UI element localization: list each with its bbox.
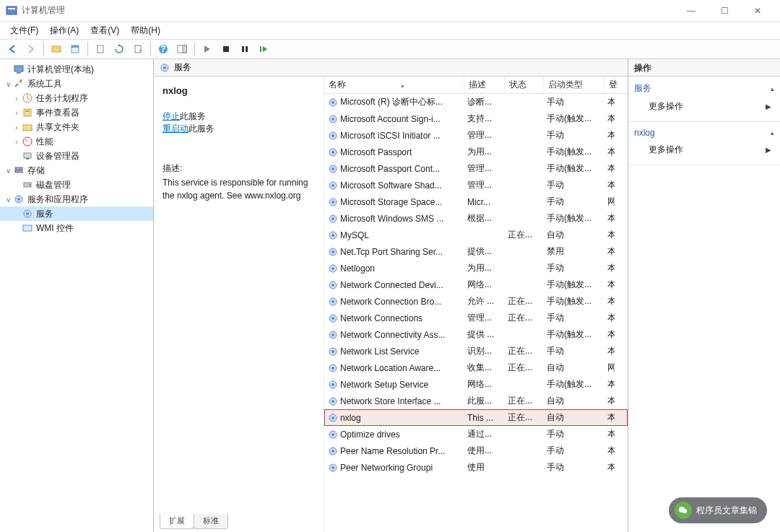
tree-item[interactable]: ›共享文件夹 bbox=[0, 120, 153, 134]
menu-action[interactable]: 操作(A) bbox=[44, 23, 84, 38]
col-desc[interactable]: 描述 bbox=[464, 77, 505, 93]
minimize-button[interactable]: — bbox=[675, 0, 708, 22]
event-icon bbox=[22, 107, 33, 118]
service-name: Peer Networking Groupi bbox=[339, 463, 462, 473]
service-row[interactable]: Peer Networking Groupi使用手动本 bbox=[324, 459, 628, 476]
menu-view[interactable]: 查看(V) bbox=[84, 23, 125, 38]
menu-bar: 文件(F) 操作(A) 查看(V) 帮助(H) bbox=[0, 22, 780, 39]
window-title: 计算机管理 bbox=[22, 4, 675, 17]
gear-icon bbox=[327, 463, 339, 473]
service-row[interactable]: Microsoft Storage Space...Micr...手动网 bbox=[324, 193, 628, 210]
start-service-button[interactable] bbox=[199, 41, 215, 57]
tree-twisty-icon[interactable]: ∨ bbox=[3, 80, 13, 88]
tree-item[interactable]: 设备管理器 bbox=[0, 149, 153, 163]
tree-twisty-icon[interactable]: ∨ bbox=[3, 167, 13, 175]
service-name: Network Location Aware... bbox=[339, 363, 462, 373]
show-hide-tree-button[interactable] bbox=[48, 41, 64, 57]
tree-item[interactable]: ∨服务和应用程序 bbox=[0, 192, 153, 206]
chevron-right-icon: ▶ bbox=[766, 146, 771, 154]
gear-icon bbox=[327, 197, 339, 207]
tree-item[interactable]: WMI 控件 bbox=[0, 221, 153, 235]
service-desc: 为用... bbox=[464, 262, 505, 274]
service-row[interactable]: Network Connections管理...正在...手动本 bbox=[324, 310, 628, 326]
tree-item[interactable]: 磁盘管理 bbox=[0, 178, 153, 192]
service-row[interactable]: Network Setup Service网络...手动(触发...本 bbox=[324, 376, 628, 393]
help-button[interactable]: ? bbox=[155, 41, 171, 57]
menu-help[interactable]: 帮助(H) bbox=[125, 23, 166, 38]
service-row[interactable]: Microsoft Windows SMS ...根据...手动(触发...本 bbox=[324, 210, 628, 227]
svg-point-39 bbox=[332, 118, 334, 121]
action-pane-button[interactable] bbox=[174, 41, 190, 57]
gear-icon bbox=[327, 413, 339, 423]
menu-file[interactable]: 文件(F) bbox=[4, 23, 44, 38]
service-row[interactable]: Netlogon为用...手动本 bbox=[324, 260, 628, 276]
service-row[interactable]: Microsoft Passport Cont...管理...手动(触发...本 bbox=[324, 160, 628, 177]
bottom-tabs: 扩展 标准 bbox=[160, 513, 228, 529]
service-desc: 为用... bbox=[464, 146, 505, 158]
restart-link[interactable]: 重启动 bbox=[162, 123, 188, 134]
service-row[interactable]: Microsoft iSCSI Initiator ...管理...手动本 bbox=[324, 127, 628, 144]
actions-more-2[interactable]: 更多操作▶ bbox=[634, 139, 774, 160]
tab-extended[interactable]: 扩展 bbox=[160, 513, 194, 529]
tab-standard[interactable]: 标准 bbox=[194, 513, 228, 529]
tree-twisty-icon[interactable]: ∨ bbox=[3, 196, 13, 204]
actions-pane: 操作 服务▴ 更多操作▶ nxlog▴ 更多操作▶ bbox=[628, 59, 780, 532]
properties-button[interactable] bbox=[67, 41, 83, 57]
service-desc: 允许 ... bbox=[464, 295, 505, 308]
service-row[interactable]: MySQL正在...自动本 bbox=[324, 227, 628, 243]
service-desc: Micr... bbox=[464, 197, 505, 207]
service-row[interactable]: Network List Service识别...正在...手动本 bbox=[324, 343, 628, 359]
tree-twisty-icon[interactable]: › bbox=[12, 123, 22, 131]
service-row[interactable]: Microsoft Account Sign-i...支持...手动(触发...… bbox=[324, 110, 628, 127]
tree-item[interactable]: 服务 bbox=[0, 206, 153, 221]
service-row[interactable]: Microsoft (R) 诊断中心标...诊断...手动本 bbox=[324, 94, 628, 110]
close-button[interactable]: ✕ bbox=[741, 0, 774, 22]
tree-twisty-icon[interactable]: › bbox=[12, 95, 22, 103]
tree-item[interactable]: ›任务计划程序 bbox=[0, 91, 153, 105]
stop-link[interactable]: 停止 bbox=[162, 111, 180, 121]
refresh-button[interactable] bbox=[111, 41, 127, 57]
actions-more-1[interactable]: 更多操作▶ bbox=[634, 96, 774, 117]
tree-item[interactable]: ›事件查看器 bbox=[0, 105, 153, 120]
maximize-button[interactable]: ☐ bbox=[708, 0, 741, 22]
restart-service-button[interactable] bbox=[256, 41, 272, 57]
tree-item[interactable]: 计算机管理(本地) bbox=[0, 62, 153, 77]
service-startup: 禁用 bbox=[544, 245, 604, 258]
service-name: Microsoft iSCSI Initiator ... bbox=[339, 131, 462, 141]
tree-item[interactable]: ∨系统工具 bbox=[0, 77, 153, 91]
service-status: 正在... bbox=[505, 362, 544, 374]
service-row[interactable]: Network Location Aware...收集...正在...自动网 bbox=[324, 359, 628, 376]
col-status[interactable]: 状态 bbox=[505, 77, 544, 93]
service-row[interactable]: Peer Name Resolution Pr...使用...手动本 bbox=[324, 442, 628, 459]
service-row[interactable]: Microsoft Software Shad...管理...手动本 bbox=[324, 177, 628, 193]
actions-section-nxlog[interactable]: nxlog▴ bbox=[634, 126, 774, 139]
tree-item[interactable]: ›性能 bbox=[0, 134, 153, 149]
svg-point-83 bbox=[682, 509, 687, 513]
service-rows[interactable]: Microsoft (R) 诊断中心标...诊断...手动本Microsoft … bbox=[324, 94, 628, 532]
service-row[interactable]: Network Connection Bro...允许 ...正在...手动(触… bbox=[324, 293, 628, 310]
service-row[interactable]: Network Store Interface ...此服...正在...自动本 bbox=[324, 393, 628, 409]
forward-button[interactable] bbox=[23, 41, 39, 57]
service-row[interactable]: Net.Tcp Port Sharing Ser...提供...禁用本 bbox=[324, 243, 628, 260]
service-row[interactable]: Network Connectivity Ass...提供 ...手动(触发..… bbox=[324, 326, 628, 343]
pause-service-button[interactable] bbox=[237, 41, 253, 57]
tree-twisty-icon[interactable]: › bbox=[12, 109, 22, 117]
service-row[interactable]: Network Connected Devi...网络...手动(触发...本 bbox=[324, 276, 628, 293]
service-name: Microsoft Storage Space... bbox=[339, 197, 462, 207]
export-button[interactable] bbox=[92, 41, 108, 57]
svg-rect-0 bbox=[6, 6, 17, 14]
col-startup[interactable]: 启动类型 bbox=[544, 77, 604, 93]
stop-service-button[interactable] bbox=[218, 41, 234, 57]
service-row[interactable]: nxlogThis ...正在...自动本 bbox=[324, 409, 628, 426]
col-logon[interactable]: 登 bbox=[604, 77, 615, 93]
export-list-button[interactable] bbox=[130, 41, 146, 57]
tree-twisty-icon[interactable]: › bbox=[12, 138, 22, 146]
back-button[interactable] bbox=[4, 41, 20, 57]
service-row[interactable]: Optimize drives通过...手动本 bbox=[324, 426, 628, 442]
actions-section-services[interactable]: 服务▴ bbox=[634, 81, 774, 96]
tree-item[interactable]: ∨存储 bbox=[0, 163, 153, 178]
service-name: Microsoft Account Sign-i... bbox=[339, 114, 462, 124]
service-row[interactable]: Microsoft Passport为用...手动(触发...本 bbox=[324, 144, 628, 160]
col-name[interactable]: 名称▴ bbox=[324, 77, 464, 93]
collapse-icon: ▴ bbox=[771, 85, 774, 92]
